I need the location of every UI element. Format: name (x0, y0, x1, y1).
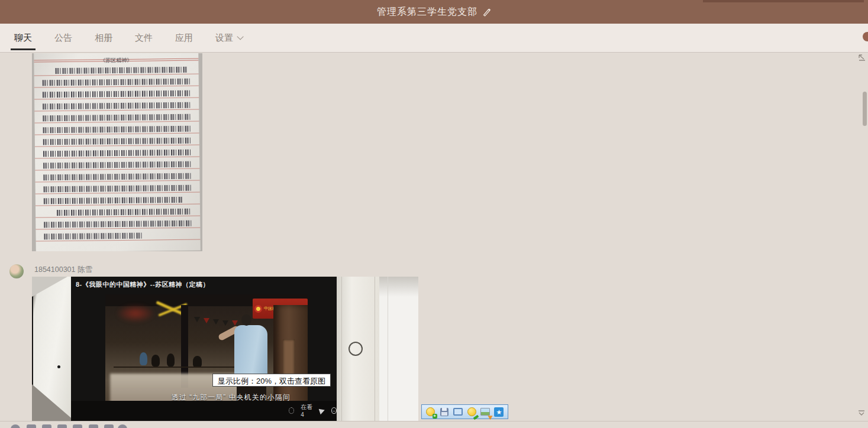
tab-album-label: 相册 (95, 33, 112, 44)
plus-icon: + (433, 414, 437, 419)
screenshot-button-partial[interactable] (42, 424, 51, 428)
tab-chat[interactable]: 聊天 (8, 24, 38, 52)
titlebar-shadow-strip (703, 0, 864, 2)
tab-announcements[interactable]: 公告 (49, 24, 78, 52)
tab-album[interactable]: 相册 (89, 24, 118, 52)
scroll-to-bottom-icon[interactable] (857, 410, 866, 417)
chevron-down-icon (237, 33, 243, 40)
extract-forward-image-button[interactable] (479, 406, 491, 418)
watching-count: 在看4 (301, 403, 313, 418)
edit-emoticon-button[interactable] (466, 406, 477, 418)
tab-announcements-label: 公告 (54, 33, 72, 44)
monitor-icon (453, 408, 463, 416)
handwritten-essay-photo[interactable]: 《苏区精神》 (32, 53, 202, 251)
chat-input-toolbar-clipped (0, 421, 868, 428)
tab-settings-label: 设置 (215, 33, 233, 44)
tab-chat-label: 聊天 (14, 33, 32, 44)
tablet-camera-dot (57, 365, 60, 368)
smiley-icon (467, 407, 476, 416)
image-button-partial[interactable] (27, 424, 36, 428)
view-on-screen-button[interactable] (452, 406, 464, 418)
star-icon: ★ (494, 407, 504, 417)
background-wall (379, 277, 418, 421)
group-tabbar: 聊天 公告 相册 文件 应用 设置 (0, 24, 868, 53)
save-as-button[interactable] (438, 406, 450, 418)
party-emblem-icon (254, 305, 262, 313)
tablet-home-button (349, 342, 363, 356)
favorite-button[interactable]: ★ (493, 406, 505, 418)
add-emoticon-button[interactable]: + (425, 406, 437, 418)
sender-name: 1854100301 陈雪 (34, 265, 92, 275)
tab-files[interactable]: 文件 (129, 24, 159, 52)
member-avatar-partial[interactable] (863, 32, 868, 41)
emoji-button-partial[interactable] (11, 424, 20, 428)
sender-avatar[interactable] (9, 264, 24, 278)
tab-apps-label: 应用 (175, 33, 193, 44)
zoom-ratio-tooltip: 显示比例：20%，双击查看原图 (212, 374, 331, 387)
scroll-to-top-icon[interactable] (858, 54, 866, 61)
window-titlebar: 管理系第三学生党支部 (0, 0, 868, 24)
tool-button-partial[interactable] (104, 424, 114, 428)
image-hover-toolbar: + ★ (421, 404, 508, 419)
video-title-text: 8-《我眼中的中国精神》--苏区精神（定稿） (76, 280, 209, 289)
presenter-head (241, 314, 251, 326)
tablet-video-photo[interactable]: 8-《我眼中的中国精神》--苏区精神（定稿） 中国精神 (32, 277, 418, 421)
tab-settings[interactable]: 设置 (209, 24, 247, 52)
file-button-partial[interactable] (57, 424, 67, 428)
picture-button-partial[interactable] (73, 424, 82, 428)
more-circle-icon: – (331, 407, 337, 414)
essay-paper: 《苏区精神》 (34, 53, 201, 251)
edit-title-icon[interactable] (482, 8, 491, 17)
scrollbar-thumb[interactable] (863, 92, 867, 126)
gear-icon (289, 407, 294, 414)
chat-message-area: 《苏区精神》 1 (0, 53, 868, 421)
floppy-disk-icon (440, 408, 448, 416)
tablet-right-bezel (337, 277, 379, 421)
history-button-partial[interactable] (118, 424, 127, 428)
essay-title: 《苏区精神》 (34, 56, 198, 66)
tab-apps[interactable]: 应用 (169, 24, 199, 52)
video-control-bar: 在看4 – (71, 401, 337, 421)
tab-files-label: 文件 (135, 33, 153, 44)
share-arrow-icon (318, 407, 325, 414)
group-title: 管理系第三学生党支部 (377, 6, 477, 18)
folder-button-partial[interactable] (89, 424, 98, 428)
